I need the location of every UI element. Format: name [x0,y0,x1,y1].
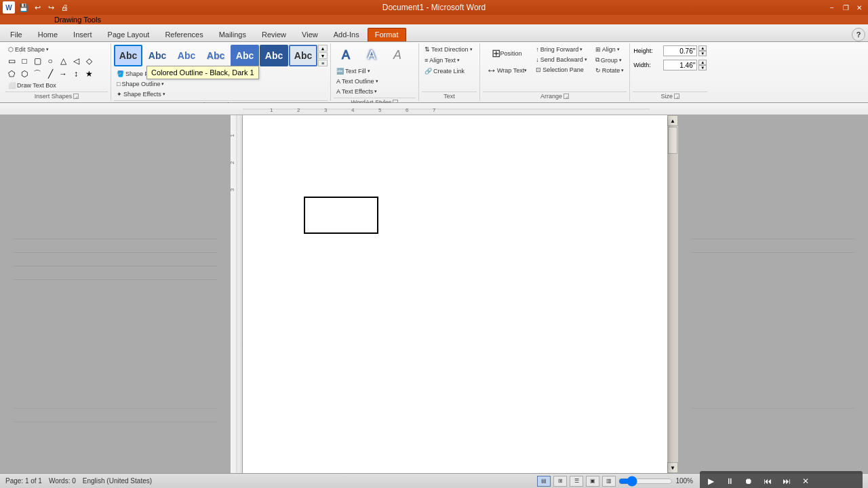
qa-print-btn[interactable]: 🖨 [58,1,71,14]
view-draft-btn[interactable]: ▥ [602,476,616,487]
height-spin: ▲ ▼ [698,45,707,56]
text-outline-icon: A [336,78,340,85]
shape-style-2[interactable]: Abc [172,45,201,66]
view-outline-btn[interactable]: ▣ [586,476,599,487]
drawn-rectangle[interactable] [304,197,378,234]
width-label: Width: [633,62,662,68]
view-fullscreen-btn[interactable]: ⊞ [553,476,567,487]
tab-mailings[interactable]: Mailings [212,28,254,41]
shape-rounded-rect[interactable]: ▢ [31,55,43,67]
view-web-btn[interactable]: ☰ [570,476,583,487]
width-input[interactable] [663,60,697,70]
shape-arrow[interactable]: → [57,68,69,80]
bt-close-btn[interactable]: ✕ [797,474,814,488]
size-expand[interactable]: ⌟ [674,94,679,99]
align-text-btn[interactable]: ≡ Align Text ▾ [422,56,462,65]
scroll-down-btn[interactable]: ▼ [667,462,678,473]
edit-shape-btn[interactable]: ⬡ Edit Shape ▾ [5,45,52,54]
title-bar-left: W 💾 ↩ ↪ 🖨 [3,1,71,14]
width-down-btn[interactable]: ▼ [698,65,707,70]
shape-arc[interactable]: ⌒ [31,68,43,80]
shape-triangle[interactable]: △ [57,55,69,67]
shape-style-6[interactable]: Abc [289,45,317,66]
gallery-more-btn[interactable]: ≡ [318,60,328,66]
send-backward-btn[interactable]: ↓ Send Backward ▾ [533,55,590,64]
tab-view[interactable]: View [294,28,326,41]
word-icon: W [3,1,15,14]
shape-arrow2[interactable]: ↕ [70,68,82,80]
wordart-style-1[interactable]: A [359,45,384,65]
group-wordart-styles: A A A 🔤 Text Fill ▾ A Text Outline ▾ A T… [331,43,419,101]
draw-text-box-btn[interactable]: ⬜ Draw Text Box [5,81,59,90]
height-up-btn[interactable]: ▲ [698,45,707,51]
shape-star[interactable]: ★ [83,68,95,80]
selection-pane-btn[interactable]: ⊡ Selection Pane [533,65,590,75]
scroll-thumb[interactable] [668,127,677,154]
tab-insert[interactable]: Insert [66,28,100,41]
text-outline-btn[interactable]: A Text Outline ▾ [334,77,381,86]
height-input[interactable] [663,45,697,56]
qa-undo-btn[interactable]: ↩ [31,1,43,14]
shape-style-4[interactable]: Abc [231,45,259,66]
restore-btn[interactable]: ❐ [840,2,852,13]
tab-review[interactable]: Review [254,28,294,41]
shape-outline-btn[interactable]: □ Shape Outline ▾ [114,79,168,89]
tab-references[interactable]: References [157,28,210,41]
bt-prev-btn[interactable]: ⏮ [760,474,776,488]
text-effects-btn[interactable]: A Text Effects ▾ [334,87,381,96]
tab-file[interactable]: File [3,28,30,41]
position-btn[interactable]: ⊞ Position [483,45,530,62]
wrap-text-icon: ↔ [486,64,497,77]
word-count: Words: 0 [49,477,76,485]
zoom-slider[interactable] [618,477,673,485]
help-btn[interactable]: ? [852,28,865,41]
shape-style-5[interactable]: Abc [260,45,288,66]
view-print-btn[interactable]: ▤ [537,476,551,487]
main-area: 1 2 3 4 5 6 7 1 2 3 [0,103,868,473]
shape-hexagon[interactable]: ⬡ [18,68,31,80]
tab-addins[interactable]: Add-Ins [326,28,367,41]
qa-redo-btn[interactable]: ↪ [45,1,57,14]
bt-play-btn[interactable]: ▶ [703,474,719,488]
shape-style-1[interactable]: Abc [143,45,172,66]
insert-shapes-expand[interactable]: ⌟ [73,94,79,99]
align-icon: ⊞ [595,46,601,53]
scroll-up-btn[interactable]: ▲ [667,115,678,126]
gallery-up-btn[interactable]: ▲ [318,45,328,52]
wrap-text-btn[interactable]: ↔ Wrap Text ▾ [483,62,530,79]
shape-effects-btn[interactable]: ✦ Shape Effects ▾ [114,89,168,99]
close-btn[interactable]: ✕ [853,2,865,13]
text-fill-btn[interactable]: 🔤 Text Fill ▾ [334,66,381,76]
shape-style-0[interactable]: Abc [114,45,142,66]
bring-forward-btn[interactable]: ↑ Bring Forward ▾ [533,45,590,54]
shape-line[interactable]: ╱ [44,68,56,80]
tab-pagelayout[interactable]: Page Layout [100,28,157,41]
tab-format[interactable]: Format [368,28,406,41]
tab-home[interactable]: Home [31,28,65,41]
bt-next-btn[interactable]: ⏭ [778,474,795,488]
rotate-btn[interactable]: ↻ Rotate ▾ [593,66,627,75]
shape-diamond[interactable]: ◇ [83,55,95,67]
shape-rtriangle[interactable]: ◁ [70,55,82,67]
minimize-btn[interactable]: − [826,2,838,13]
shape-style-3[interactable]: Abc [201,45,230,66]
shape-oval[interactable]: ○ [44,55,56,67]
shape-square[interactable]: □ [18,55,31,67]
arrange-expand[interactable]: ⌟ [564,94,569,99]
gallery-down-btn[interactable]: ▼ [318,52,328,59]
shape-pentagon[interactable]: ⬠ [5,68,18,80]
height-down-btn[interactable]: ▼ [698,51,707,56]
group-btn[interactable]: ⧉ Group ▾ [593,55,627,65]
align-btn[interactable]: ⊞ Align ▾ [593,45,627,54]
bt-pause-btn[interactable]: ⏸ [722,474,738,488]
text-direction-btn[interactable]: ⇅ Text Direction ▾ [422,45,475,54]
bt-record-btn[interactable]: ⏺ [741,474,757,488]
qa-save-btn[interactable]: 💾 [18,1,30,14]
vertical-scrollbar[interactable]: ▲ ▼ [667,115,678,473]
wordart-style-2[interactable]: A [385,45,410,65]
svg-text:2: 2 [231,161,235,164]
width-up-btn[interactable]: ▲ [698,60,707,65]
shape-rect[interactable]: ▭ [5,55,18,67]
create-link-btn[interactable]: 🔗 Create Link [422,66,467,76]
wordart-style-0[interactable]: A [334,45,358,65]
